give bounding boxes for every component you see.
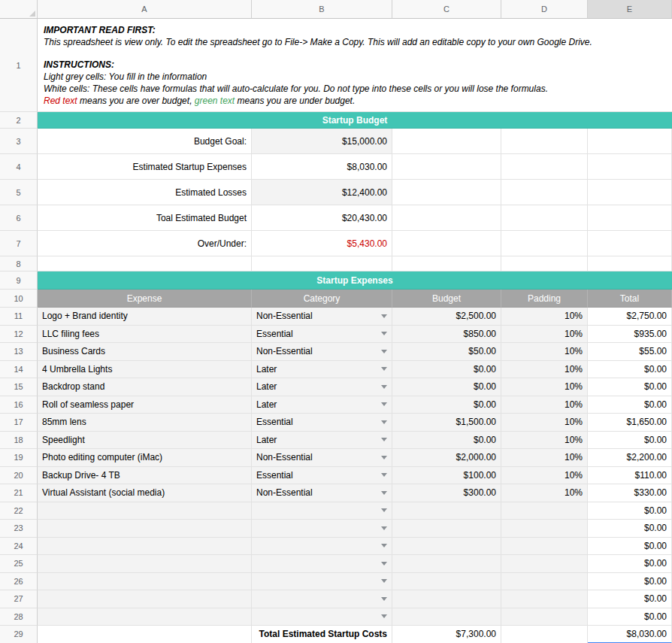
padding-cell[interactable]: 10% bbox=[501, 432, 588, 450]
estimated-startup-expenses-value[interactable]: $8,030.00 bbox=[252, 154, 392, 180]
row-number-12[interactable]: 12 bbox=[0, 326, 38, 344]
category-cell[interactable]: Essential bbox=[252, 326, 392, 344]
total-cell[interactable]: $0.00 bbox=[588, 555, 672, 573]
expense-cell[interactable]: Backdrop stand bbox=[38, 378, 252, 396]
dropdown-arrow-icon[interactable] bbox=[381, 385, 387, 389]
column-header-b[interactable]: B bbox=[252, 0, 392, 19]
row-number-18[interactable]: 18 bbox=[0, 432, 38, 450]
padding-cell[interactable] bbox=[501, 555, 588, 573]
estimated-losses-label[interactable]: Estimated Losses bbox=[38, 180, 252, 205]
column-header-a[interactable]: A bbox=[38, 0, 252, 19]
row-number-13[interactable]: 13 bbox=[0, 343, 38, 361]
padding-cell[interactable]: 10% bbox=[501, 484, 588, 502]
padding-cell[interactable] bbox=[501, 538, 588, 556]
expense-cell[interactable] bbox=[38, 608, 252, 626]
expense-cell[interactable]: Logo + Brand identity bbox=[38, 308, 252, 326]
total-startup-costs-budget[interactable]: $7,300.00 bbox=[392, 626, 501, 643]
expense-cell[interactable] bbox=[38, 555, 252, 573]
row-number-2[interactable]: 2 bbox=[0, 112, 38, 129]
row-number-9[interactable]: 9 bbox=[0, 271, 38, 290]
empty-cell-e8[interactable] bbox=[588, 256, 672, 271]
over-under-value[interactable]: $5,430.00 bbox=[252, 231, 392, 256]
total-cell[interactable]: $110.00 bbox=[588, 467, 672, 485]
padding-cell[interactable]: 10% bbox=[501, 308, 588, 326]
total-cell[interactable]: $0.00 bbox=[588, 361, 672, 379]
dropdown-arrow-icon[interactable] bbox=[381, 597, 387, 601]
total-cell[interactable]: $0.00 bbox=[588, 520, 672, 538]
budget-cell[interactable]: $300.00 bbox=[392, 484, 501, 502]
row-number-10[interactable]: 10 bbox=[0, 290, 38, 308]
budget-goal-value[interactable]: $15,000.00 bbox=[252, 129, 392, 154]
category-cell[interactable]: Non-Essential bbox=[252, 308, 392, 326]
category-cell[interactable] bbox=[252, 502, 392, 520]
empty-cell-d6[interactable] bbox=[501, 205, 588, 231]
expense-cell[interactable]: Roll of seamless paper bbox=[38, 396, 252, 414]
row-number-17[interactable]: 17 bbox=[0, 414, 38, 432]
dropdown-arrow-icon[interactable] bbox=[381, 420, 387, 424]
row-number-28[interactable]: 28 bbox=[0, 608, 38, 626]
category-cell[interactable]: Essential bbox=[252, 414, 392, 432]
expense-column-header[interactable]: Expense bbox=[38, 290, 252, 308]
empty-cell-d5[interactable] bbox=[501, 180, 588, 205]
expense-cell[interactable]: Virtual Assistant (social media) bbox=[38, 484, 252, 502]
dropdown-arrow-icon[interactable] bbox=[381, 579, 387, 583]
category-cell[interactable] bbox=[252, 538, 392, 556]
category-cell[interactable] bbox=[252, 555, 392, 573]
budget-cell[interactable] bbox=[392, 502, 501, 520]
select-all-corner[interactable] bbox=[0, 0, 38, 19]
budget-cell[interactable]: $0.00 bbox=[392, 378, 501, 396]
padding-cell[interactable]: 10% bbox=[501, 449, 588, 467]
budget-cell[interactable] bbox=[392, 555, 501, 573]
budget-cell[interactable]: $50.00 bbox=[392, 343, 501, 361]
total-cell[interactable]: $0.00 bbox=[588, 573, 672, 591]
budget-cell[interactable] bbox=[392, 608, 501, 626]
total-cell[interactable]: $1,650.00 bbox=[588, 414, 672, 432]
budget-goal-label[interactable]: Budget Goal: bbox=[38, 129, 252, 154]
dropdown-arrow-icon[interactable] bbox=[381, 491, 387, 495]
over-under-label[interactable]: Over/Under: bbox=[38, 231, 252, 256]
expense-cell[interactable]: Photo editing computer (iMac) bbox=[38, 449, 252, 467]
total-column-header[interactable]: Total bbox=[588, 290, 672, 308]
expense-cell[interactable] bbox=[38, 573, 252, 591]
total-cell[interactable]: $0.00 bbox=[588, 538, 672, 556]
row-number-7[interactable]: 7 bbox=[0, 231, 38, 256]
category-cell[interactable]: Later bbox=[252, 432, 392, 450]
expense-cell[interactable]: 4 Umbrella Lights bbox=[38, 361, 252, 379]
dropdown-arrow-icon[interactable] bbox=[381, 367, 387, 371]
padding-cell[interactable] bbox=[501, 520, 588, 538]
category-cell[interactable]: Later bbox=[252, 361, 392, 379]
empty-cell-e4[interactable] bbox=[588, 154, 672, 180]
budget-cell[interactable]: $0.00 bbox=[392, 361, 501, 379]
padding-cell[interactable]: 10% bbox=[501, 414, 588, 432]
startup-budget-banner[interactable]: Startup Budget bbox=[38, 112, 672, 129]
dropdown-arrow-icon[interactable] bbox=[381, 332, 387, 335]
row-number-11[interactable]: 11 bbox=[0, 308, 38, 326]
empty-cell-c6[interactable] bbox=[392, 205, 501, 231]
row-number-14[interactable]: 14 bbox=[0, 361, 38, 379]
row-number-26[interactable]: 26 bbox=[0, 573, 38, 591]
total-cell[interactable]: $0.00 bbox=[588, 432, 672, 450]
instructions-cell[interactable]: IMPORTANT READ FIRST: This spreadsheet i… bbox=[38, 19, 672, 112]
category-cell[interactable] bbox=[252, 520, 392, 538]
row-number-25[interactable]: 25 bbox=[0, 555, 38, 573]
budget-cell[interactable]: $0.00 bbox=[392, 396, 501, 414]
empty-cell-a29[interactable] bbox=[38, 626, 252, 643]
total-cell[interactable]: $0.00 bbox=[588, 608, 672, 626]
dropdown-arrow-icon[interactable] bbox=[381, 314, 387, 318]
dropdown-arrow-icon[interactable] bbox=[381, 508, 387, 512]
budget-column-header[interactable]: Budget bbox=[392, 290, 501, 308]
padding-cell[interactable] bbox=[501, 502, 588, 520]
total-cell[interactable]: $0.00 bbox=[588, 396, 672, 414]
padding-column-header[interactable]: Padding bbox=[501, 290, 588, 308]
budget-cell[interactable]: $2,500.00 bbox=[392, 308, 501, 326]
category-cell[interactable]: Later bbox=[252, 396, 392, 414]
row-number-29[interactable]: 29 bbox=[0, 626, 38, 643]
total-cell[interactable]: $55.00 bbox=[588, 343, 672, 361]
expense-cell[interactable] bbox=[38, 520, 252, 538]
row-number-15[interactable]: 15 bbox=[0, 378, 38, 396]
row-number-24[interactable]: 24 bbox=[0, 538, 38, 556]
budget-cell[interactable]: $0.00 bbox=[392, 432, 501, 450]
empty-cell-e7[interactable] bbox=[588, 231, 672, 256]
expense-cell[interactable] bbox=[38, 590, 252, 608]
category-column-header[interactable]: Category bbox=[252, 290, 392, 308]
